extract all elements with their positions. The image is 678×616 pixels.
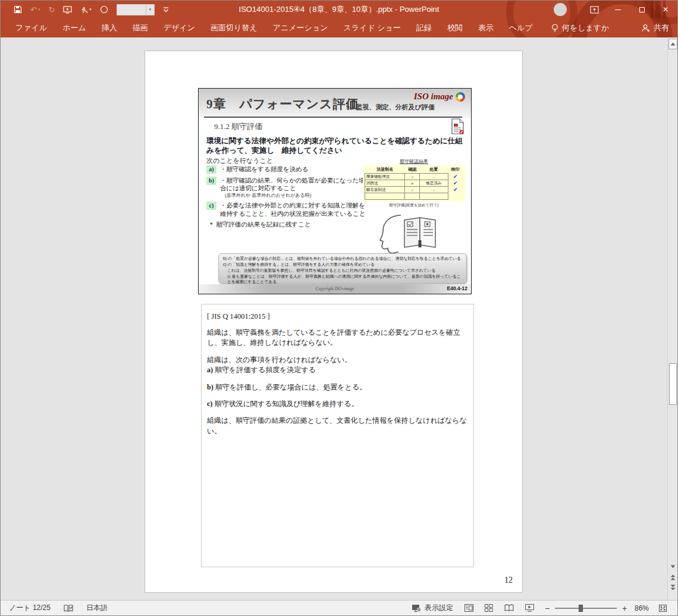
share-person-icon	[641, 24, 651, 32]
ribbon-tab-2[interactable]: ホーム	[55, 18, 94, 37]
table-cell: ✔	[448, 187, 463, 193]
fit-to-window-icon[interactable]	[652, 601, 673, 616]
language-status[interactable]: 日本語	[86, 603, 108, 613]
table-header-cell: 法規制名	[365, 166, 405, 174]
notes-item-label: a)	[207, 366, 213, 374]
ribbon-tab-8[interactable]: スライド ショー	[335, 18, 408, 37]
compliance-table-panel: 法規制名確認処置検印廃棄物処理法○-✔消防法×修正済み✔騒音規制法○-✔	[363, 165, 465, 202]
zoom-out-button[interactable]: −	[543, 604, 551, 613]
draw-touch-icon[interactable]: ▾	[80, 6, 92, 14]
table-row	[365, 193, 463, 200]
caption-controls: ✕	[554, 1, 677, 18]
notes-page-view: 9章 パフォーマンス評価 9.1 監視、測定、分析及び評価 ISO image …	[1, 37, 677, 601]
slide-bullet-item: b)・順守確認の結果、何らかの処置が必要になった場合には適切に対応すること(基準…	[206, 177, 366, 199]
compliance-table: 法規制名確認処置検印廃棄物処理法○-✔消防法×修正済み✔騒音規制法○-✔	[365, 166, 463, 200]
qat-dropdown[interactable]: ▾	[117, 4, 155, 15]
slide-bullet-item: c)・必要な法律や外部との約束に対する知識と理解を維持することと、社内の状況把握…	[206, 202, 366, 218]
notes-list-item: c) 順守状況に関する知識及び理解を維持する。	[207, 399, 468, 409]
slide-bullet-item: a)・順守確認をする頻度を決める	[206, 165, 366, 174]
compliance-table-title: 順守確認結果	[363, 158, 465, 165]
quick-access-toolbar: ↶▾ ↻ ▾ ▾	[1, 1, 169, 18]
lightbulb-icon	[551, 24, 558, 33]
next-slide-icon[interactable]	[668, 583, 678, 592]
slide-section-title: 9.1 監視、測定、分析及び評価	[346, 103, 435, 112]
vertical-scrollbar[interactable]	[667, 37, 677, 601]
slide-image[interactable]: 9章 パフォーマンス評価 9.1 監視、測定、分析及び評価 ISO image …	[198, 88, 472, 294]
table-cell: -	[419, 174, 448, 180]
status-bar: ノート 12/25 日本語 表示設定	[1, 600, 677, 615]
table-cell: 廃棄物処理法	[365, 174, 405, 180]
ribbon-tab-1[interactable]: ファイル	[8, 18, 55, 37]
slide-status[interactable]: ノート 12/25	[9, 603, 51, 613]
start-slideshow-icon[interactable]	[63, 6, 72, 14]
notes-list-item: b) 順守を評価し、必要な場合には、処置をとる。	[207, 382, 468, 392]
scroll-down-icon[interactable]	[668, 562, 678, 571]
circle-shape-icon[interactable]	[100, 5, 108, 14]
close-icon[interactable]: ✕	[654, 1, 677, 18]
slide-doc-code: E40.4-12	[447, 285, 468, 291]
ribbon-display-options-icon[interactable]	[582, 1, 606, 18]
save-icon[interactable]	[14, 5, 22, 14]
notes-paragraph: 組織は、次の事項を行わなければならない。	[207, 355, 468, 365]
table-cell: 修正済み	[419, 180, 448, 187]
normal-view-icon[interactable]	[459, 601, 479, 616]
audit-document-icon	[451, 118, 464, 134]
notes-text-area[interactable]: [ JIS Q 14001:2015 ]組織は、順守義務を満たしていることを評価…	[201, 304, 474, 567]
bullet-label: a)	[206, 165, 216, 174]
zoom-percentage[interactable]: 86%	[629, 604, 649, 612]
maximize-icon[interactable]	[630, 1, 654, 18]
spellcheck-icon[interactable]	[64, 604, 73, 612]
footnote-line: これは、法規制等の最新版を参照し、順守項目を確認するとともに社内の状況把握の必要…	[223, 268, 462, 274]
ribbon-tab-5[interactable]: デザイン	[156, 18, 203, 37]
slide-header-band: 9章 パフォーマンス評価 9.1 監視、測定、分析及び評価 ISO image	[199, 89, 471, 118]
ribbon-tab-6[interactable]: 画面切り替え	[203, 18, 265, 37]
display-settings-button[interactable]: 表示設定	[406, 601, 459, 616]
notes-paragraph: 組織は、順守評価の結果の証拠として、文書化した情報を保持しなければならない。	[207, 416, 468, 436]
slideshow-view-icon[interactable]	[519, 601, 539, 616]
view-shortcuts	[459, 601, 539, 616]
table-cell	[405, 193, 420, 200]
slide-copyright: Copyright ISO-image	[199, 286, 471, 291]
zoom-control: − +	[543, 604, 629, 613]
tell-me-box[interactable]: 何をしますか	[551, 23, 610, 33]
ribbon-tab-7[interactable]: アニメーション	[265, 18, 336, 37]
table-header-cell: 処置	[419, 166, 448, 174]
ribbon-tab-9[interactable]: 記録	[409, 18, 440, 37]
slide-chapter-title: 9章 パフォーマンス評価	[206, 96, 359, 112]
slide-bullets: a)・順守確認をする頻度を決めるb)・順守確認の結果、何らかの処置が必要になった…	[206, 165, 366, 221]
ribbon-tab-4[interactable]: 描画	[125, 18, 156, 37]
avatar[interactable]	[554, 3, 567, 16]
table-cell: 騒音規制法	[365, 187, 405, 193]
scroll-up-icon[interactable]	[668, 39, 677, 49]
previous-slide-icon[interactable]	[668, 573, 678, 582]
bullet-note: (基準外れや 基準外れのおそれがある時)	[225, 193, 366, 199]
customize-qat-icon[interactable]	[163, 7, 169, 12]
app-header: ↶▾ ↻ ▾ ▾ ISO14001-2015④4（8章、9章、10章）.pptx…	[1, 1, 677, 37]
ribbon-tab-12[interactable]: ヘルプ	[501, 18, 541, 37]
scrollbar-thumb[interactable]	[669, 363, 677, 405]
table-cell	[419, 193, 448, 200]
chevron-down-icon: ▾	[146, 5, 154, 15]
footnote-line: b) の「処置が必要な場合の対応」とは、規制値を外れている場合や外れる恐れのある…	[223, 256, 462, 262]
slide-subsection: 9.1.2 順守評価	[214, 121, 262, 132]
table-header-cell: 確認	[405, 166, 420, 174]
ribbon-tab-10[interactable]: 校閲	[440, 18, 470, 37]
table-cell: ×	[405, 180, 420, 187]
ribbon-tab-3[interactable]: 挿入	[94, 18, 125, 37]
slide-headline: 環境に関する法律や外部との約束が守られていることを確認するために仕組みを作って、…	[206, 136, 467, 156]
zoom-in-button[interactable]: +	[620, 604, 629, 613]
reading-view-icon[interactable]	[499, 601, 519, 616]
zoom-slider[interactable]	[555, 604, 617, 612]
table-cell: ✔	[448, 180, 463, 187]
minimize-icon[interactable]	[606, 1, 630, 18]
slide-sorter-view-icon[interactable]	[479, 601, 499, 616]
slide-divider	[204, 117, 462, 118]
share-button[interactable]: 共有	[641, 23, 669, 33]
table-header-cell: 検印	[448, 166, 463, 174]
logo-ring-icon	[456, 92, 465, 102]
bullet-text: ・順守確認の結果、何らかの処置が必要になった場合には適切に対応すること(基準外れ…	[220, 177, 366, 199]
ribbon-tab-11[interactable]: 表示	[470, 18, 501, 37]
slide-footer: Copyright ISO-image E40.4-12	[199, 284, 471, 294]
zoom-slider-thumb[interactable]	[579, 605, 583, 612]
display-settings-label: 表示設定	[425, 603, 453, 613]
